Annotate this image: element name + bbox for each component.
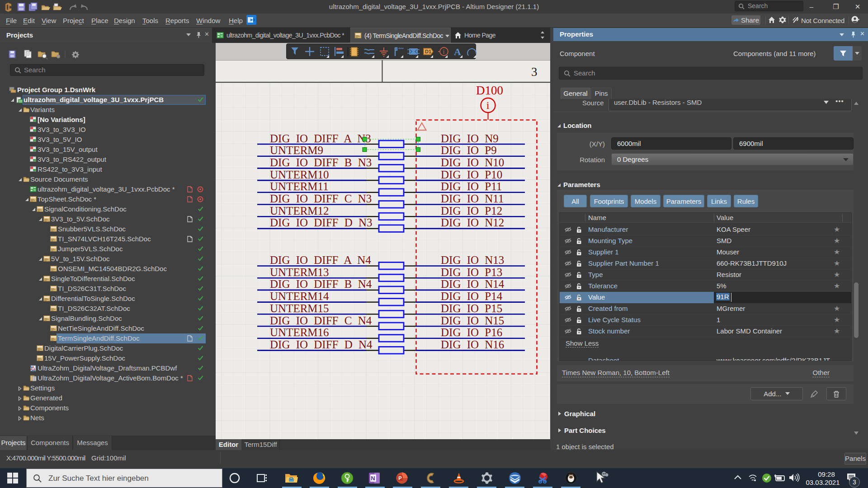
svg-text:DIG IO N12: DIG IO N12 bbox=[441, 216, 504, 229]
svg-text:N: N bbox=[371, 475, 375, 482]
svg-text:DIG IO DIFF A N4: DIG IO DIFF A N4 bbox=[270, 254, 371, 266]
svg-text:DIG IO N9: DIG IO N9 bbox=[441, 132, 499, 145]
svg-text:DIG IO N11: DIG IO N11 bbox=[441, 192, 504, 205]
svg-text:DIG IO DIFF C N3: DIG IO DIFF C N3 bbox=[270, 192, 372, 205]
svg-text:i: i bbox=[443, 48, 445, 55]
svg-text:UNTERM9: UNTERM9 bbox=[270, 144, 323, 156]
svg-text:DIG IO P13: DIG IO P13 bbox=[441, 266, 502, 278]
svg-text:D1: D1 bbox=[425, 49, 431, 54]
svg-text:DIG IO N13: DIG IO N13 bbox=[441, 254, 504, 266]
svg-text:DIG IO N14: DIG IO N14 bbox=[441, 278, 505, 290]
svg-text:DIG IO P11: DIG IO P11 bbox=[441, 180, 502, 192]
svg-text:UNTERM11: UNTERM11 bbox=[270, 180, 329, 192]
svg-text:DIG IO DIFF B N3: DIG IO DIFF B N3 bbox=[270, 156, 372, 169]
svg-text:D100: D100 bbox=[476, 84, 503, 97]
svg-text:3: 3 bbox=[531, 65, 538, 79]
svg-text:DIG IO P9: DIG IO P9 bbox=[441, 144, 497, 156]
svg-text:UNTERM12: UNTERM12 bbox=[270, 205, 329, 217]
svg-text:DIG IO P10: DIG IO P10 bbox=[441, 169, 502, 181]
svg-text:UNTERM13: UNTERM13 bbox=[270, 266, 329, 278]
svg-text:DIG IO DIFF A N3: DIG IO DIFF A N3 bbox=[270, 132, 371, 145]
svg-text:DIG IO N16: DIG IO N16 bbox=[441, 338, 504, 351]
svg-text:DIG IO P15: DIG IO P15 bbox=[441, 302, 502, 314]
svg-text:i: i bbox=[486, 100, 489, 111]
svg-text:UNTERM15: UNTERM15 bbox=[270, 302, 329, 314]
svg-text:DIG IO N10: DIG IO N10 bbox=[441, 156, 504, 169]
svg-text:DIG IO DIFF B N4: DIG IO DIFF B N4 bbox=[270, 278, 372, 290]
svg-text:P: P bbox=[398, 475, 401, 481]
svg-text:DIG IO DIFF C N4: DIG IO DIFF C N4 bbox=[270, 314, 372, 327]
svg-text:A: A bbox=[454, 46, 461, 57]
svg-text:DIG IO P14: DIG IO P14 bbox=[441, 290, 503, 302]
svg-text:DIG IO N15: DIG IO N15 bbox=[441, 314, 504, 327]
svg-text:DIG IO DIFF D N4: DIG IO DIFF D N4 bbox=[270, 338, 373, 351]
svg-text:DIG IO DIFF D N3: DIG IO DIFF D N3 bbox=[270, 216, 373, 229]
svg-text:DIG IO P12: DIG IO P12 bbox=[441, 205, 502, 217]
svg-text:UNTERM10: UNTERM10 bbox=[270, 169, 329, 181]
svg-text:DIG IO P16: DIG IO P16 bbox=[441, 326, 502, 338]
svg-text:UNTERM14: UNTERM14 bbox=[270, 290, 329, 302]
svg-text:UNTERM16: UNTERM16 bbox=[270, 326, 329, 338]
